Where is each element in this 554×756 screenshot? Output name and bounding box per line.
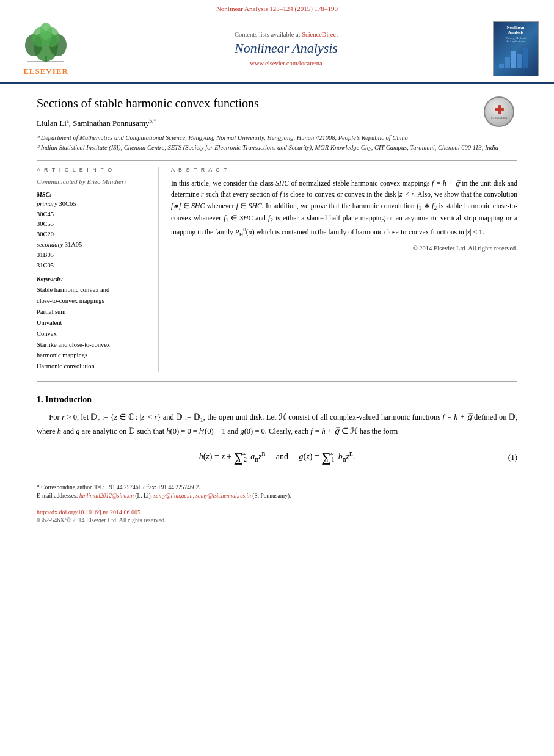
- author2-name: Saminathan Ponnusamy: [73, 118, 149, 128]
- journal-cover-image: NonlinearAnalysis Theory, Methods& Appli…: [493, 21, 542, 76]
- doi-line[interactable]: http://dx.doi.org/10.1016/j.na.2014.06.0…: [37, 509, 517, 515]
- elsevier-brand: ELSEVIER: [23, 67, 68, 76]
- email-addresses-line: E-mail addresses: lanlimail2012@sina.cn …: [37, 492, 517, 500]
- author2-affiliation: b,*: [150, 118, 156, 124]
- copyright-footer: 0362-546X/© 2014 Elsevier Ltd. All right…: [37, 517, 517, 523]
- authors-line: Liulan Lia, Saminathan Ponnusamyb,*: [37, 118, 517, 128]
- keyword-2: close-to-convex mappings: [37, 296, 149, 307]
- msc-code-30C20: 30C20: [37, 230, 149, 240]
- msc-label: MSC:: [37, 191, 149, 198]
- and-text: and: [276, 452, 288, 461]
- journal-url[interactable]: www.elsevier.com/locate/na: [92, 60, 481, 67]
- article-info-column: A R T I C L E I N F O Communicated by En…: [37, 167, 159, 372]
- paper-title: Sections of stable harmonic convex funct…: [37, 96, 517, 111]
- keyword-4: Univalent: [37, 318, 149, 329]
- cover-subtitle-text: Theory, Methods& Applications: [505, 37, 526, 43]
- email-label: E-mail addresses:: [37, 493, 78, 499]
- crossmark-icon: ✚: [495, 104, 504, 115]
- svg-rect-11: [517, 54, 522, 68]
- svg-point-6: [40, 23, 52, 40]
- footnote-section: * Corresponding author. Tel.: +91 44 257…: [37, 483, 517, 501]
- email-1[interactable]: lanlimail2012@sina.cn: [79, 493, 134, 499]
- email-3-name: (S. Ponnusamy).: [252, 493, 291, 499]
- contents-available-line: Contents lists available at ScienceDirec…: [92, 31, 481, 38]
- author1-name: Liulan Li: [37, 118, 67, 128]
- msc-code-30C55: 30C55: [37, 219, 149, 230]
- msc-codes: primary 30C65 30C45 30C55 30C20 secondar…: [37, 199, 149, 271]
- abstract-column: A B S T R A C T In this article, we cons…: [171, 167, 517, 372]
- intro-paragraph-1: For r > 0, let 𝔻r := {z ∈ ℂ : |z| < r} a…: [37, 411, 517, 438]
- journal-title: Nonlinear Analysis: [92, 40, 481, 56]
- affiliation-a: ᵃ Department of Mathematics and Computat…: [37, 133, 517, 143]
- keyword-8: Harmonic convolution: [37, 361, 149, 372]
- footnote-divider: [37, 478, 122, 478]
- journal-ref-text: Nonlinear Analysis 123–124 (2015) 178–19…: [216, 5, 338, 12]
- msc-section: MSC: primary 30C65 30C45 30C55 30C20 sec…: [37, 191, 149, 271]
- section-number: 1.: [37, 395, 43, 404]
- publisher-logo: ELSEVIER: [12, 22, 79, 76]
- corresponding-author-note: * Corresponding author. Tel.: +91 44 257…: [37, 483, 517, 492]
- info-abstract-columns: A R T I C L E I N F O Communicated by En…: [37, 167, 517, 372]
- eq1-number: (1): [508, 453, 517, 462]
- keyword-1: Stable harmonic convex and: [37, 285, 149, 296]
- keyword-3: Partial sum: [37, 307, 149, 318]
- keywords-section: Keywords: Stable harmonic convex and clo…: [37, 275, 149, 372]
- sciencedirect-link[interactable]: ScienceDirect: [302, 31, 338, 38]
- crossmark-label: CrossMark: [491, 116, 508, 120]
- section-1-title: 1. Introduction: [37, 395, 517, 405]
- svg-rect-10: [511, 51, 516, 68]
- msc-code-31B05: 31B05: [37, 250, 149, 261]
- svg-rect-9: [505, 57, 510, 68]
- equation-1: h(z) = z + ∑n=2∞ anzn and g(z) = ∑n=1∞ b…: [37, 449, 517, 465]
- paper-content: Sections of stable harmonic convex funct…: [0, 84, 554, 536]
- msc-primary-label: primary 30C65: [37, 199, 149, 209]
- keyword-7: harmonic mappings: [37, 350, 149, 361]
- crossmark-badge[interactable]: ✚ CrossMark: [484, 96, 517, 130]
- header-divider: [37, 160, 517, 161]
- abstract-divider: [37, 381, 517, 382]
- email-3[interactable]: samy@isichennai.res.in: [195, 493, 251, 499]
- communicated-name: Enzo Mitidieri: [87, 178, 126, 185]
- keywords-list: Stable harmonic convex and close-to-conv…: [37, 285, 149, 372]
- keyword-5: Convex: [37, 329, 149, 340]
- email-2[interactable]: samy@iitm.ac.in,: [153, 493, 194, 499]
- communicated-by-line: Communicated by Enzo Mitidieri: [37, 178, 149, 185]
- cover-graphic: [498, 45, 534, 70]
- svg-rect-12: [523, 48, 528, 68]
- elsevier-tree-icon: [18, 22, 73, 65]
- keywords-label: Keywords:: [37, 275, 149, 282]
- msc-code-30C45: 30C45: [37, 209, 149, 220]
- section-heading: Introduction: [45, 395, 92, 404]
- journal-reference-bar: Nonlinear Analysis 123–124 (2015) 178–19…: [0, 0, 554, 15]
- abstract-text: In this article, we consider the class S…: [171, 178, 517, 239]
- abstract-label: A B S T R A C T: [171, 167, 517, 173]
- abstract-copyright: © 2014 Elsevier Ltd. All rights reserved…: [171, 245, 517, 252]
- svg-rect-8: [499, 64, 504, 68]
- eq1-content: h(z) = z + ∑n=2∞ anzn and g(z) = ∑n=1∞ b…: [199, 452, 355, 461]
- msc-code-31C05: 31C05: [37, 261, 149, 271]
- article-info-label: A R T I C L E I N F O: [37, 167, 149, 173]
- author1-affiliation: a: [67, 118, 69, 124]
- journal-header: ELSEVIER Contents lists available at Sci…: [0, 15, 554, 84]
- affiliation-b: ᵇ Indian Statistical Institute (ISI), Ch…: [37, 143, 517, 153]
- email-1-name: (L. Li),: [135, 493, 152, 499]
- msc-secondary-label: secondary 31A05: [37, 240, 149, 250]
- keyword-6: Starlike and close-to-convex: [37, 340, 149, 351]
- paper-title-row: Sections of stable harmonic convex funct…: [37, 96, 517, 111]
- cover-title-text: NonlinearAnalysis: [507, 25, 525, 35]
- journal-center-info: Contents lists available at ScienceDirec…: [79, 31, 493, 67]
- affiliations: ᵃ Department of Mathematics and Computat…: [37, 133, 517, 153]
